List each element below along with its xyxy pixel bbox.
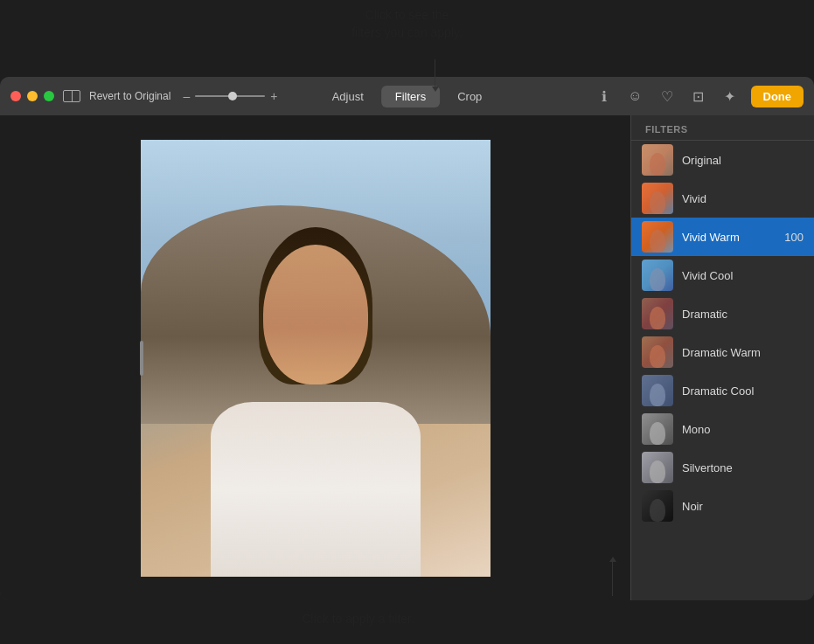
photo-face [263, 245, 368, 384]
app-window: Revert to Original – + Adjust Filters Cr… [0, 77, 814, 600]
thumb-face-silvertone [650, 460, 665, 483]
filter-item-noir[interactable]: Noir [631, 487, 814, 525]
filter-value-vivid-warm: 100 [784, 231, 804, 244]
filter-item-vivid-warm[interactable]: Vivid Warm100 [631, 218, 814, 256]
photo-shirt [211, 402, 421, 577]
titlebar-left-controls: Revert to Original – + [63, 89, 277, 103]
filter-item-vivid-cool[interactable]: Vivid Cool [631, 256, 814, 294]
tab-adjust[interactable]: Adjust [318, 86, 378, 107]
filter-thumbnail-dramatic-cool [642, 375, 673, 406]
rotate-button[interactable]: ⊡ [688, 86, 709, 107]
annotation-arrow-bottom [612, 561, 613, 596]
thumb-face-vivid [650, 191, 665, 214]
photo-display [141, 140, 490, 577]
filters-sidebar: FILTERS OriginalVividVivid Warm100Vivid … [630, 115, 814, 600]
filter-thumbnail-mono [642, 413, 673, 445]
filter-thumbnail-silvertone [642, 452, 673, 483]
filter-thumbnail-vivid-warm [642, 221, 673, 253]
filter-label-mono: Mono [682, 423, 804, 436]
filter-label-vivid: Vivid [682, 192, 804, 205]
thumb-face-dramatic [650, 307, 665, 329]
thumb-face-vivid-warm [650, 230, 665, 253]
filter-thumbnail-dramatic-warm [642, 336, 673, 368]
share-button[interactable]: ☺ [625, 86, 646, 107]
filter-label-dramatic: Dramatic [682, 308, 804, 321]
slider-track[interactable] [195, 95, 265, 97]
compare-icon[interactable] [63, 90, 80, 102]
thumb-face-noir [650, 499, 665, 522]
annotation-top: Click to see the filters you can apply. [351, 7, 463, 41]
traffic-lights [10, 91, 54, 101]
filter-thumbnail-dramatic [642, 298, 673, 329]
main-content: FILTERS OriginalVividVivid Warm100Vivid … [0, 115, 814, 600]
magic-button[interactable]: ✦ [720, 86, 741, 107]
thumb-face-dramatic-warm [650, 345, 665, 368]
thumb-face-original [650, 153, 665, 176]
filter-label-silvertone: Silvertone [682, 461, 804, 474]
info-button[interactable]: ℹ [594, 86, 615, 107]
drag-handle[interactable] [140, 341, 143, 376]
filter-item-vivid[interactable]: Vivid [631, 179, 814, 218]
filter-item-dramatic[interactable]: Dramatic [631, 294, 814, 333]
minimize-button[interactable] [27, 91, 38, 101]
annotation-arrow-top [435, 59, 435, 87]
photo-person [193, 227, 438, 577]
filter-label-vivid-warm: Vivid Warm [682, 231, 781, 244]
tab-crop[interactable]: Crop [443, 86, 496, 107]
filter-item-mono[interactable]: Mono [631, 410, 814, 448]
filters-header: FILTERS [631, 115, 814, 141]
filter-thumbnail-noir [642, 490, 673, 522]
titlebar: Revert to Original – + Adjust Filters Cr… [0, 77, 814, 115]
filter-item-dramatic-cool[interactable]: Dramatic Cool [631, 371, 814, 410]
annotation-bottom: Click to apply a filter. [303, 611, 414, 628]
filter-label-dramatic-warm: Dramatic Warm [682, 346, 804, 359]
filters-list: OriginalVividVivid Warm100Vivid CoolDram… [631, 141, 814, 600]
zoom-plus-icon[interactable]: + [270, 89, 277, 103]
thumb-face-mono [650, 422, 665, 445]
titlebar-right-controls: ℹ ☺ ♡ ⊡ ✦ Done [594, 86, 804, 107]
thumb-face-dramatic-cool [650, 384, 665, 406]
editor-tabs: Adjust Filters Crop [318, 86, 497, 107]
favorite-button[interactable]: ♡ [657, 86, 678, 107]
zoom-slider[interactable]: – + [183, 89, 277, 103]
maximize-button[interactable] [44, 91, 54, 101]
revert-button[interactable]: Revert to Original [89, 90, 170, 102]
done-button[interactable]: Done [751, 86, 804, 107]
filter-thumbnail-vivid [642, 183, 673, 214]
photo-area [0, 115, 630, 600]
filter-item-original[interactable]: Original [631, 141, 814, 179]
photo-container [141, 140, 490, 577]
filter-item-dramatic-warm[interactable]: Dramatic Warm [631, 333, 814, 371]
zoom-minus-icon[interactable]: – [183, 89, 190, 103]
thumb-face-vivid-cool [650, 268, 665, 291]
filter-label-dramatic-cool: Dramatic Cool [682, 384, 804, 398]
filter-label-vivid-cool: Vivid Cool [682, 269, 804, 282]
filter-item-silvertone[interactable]: Silvertone [631, 448, 814, 487]
filter-label-original: Original [682, 154, 804, 167]
filter-thumbnail-vivid-cool [642, 260, 673, 291]
filter-label-noir: Noir [682, 500, 804, 513]
filter-thumbnail-original [642, 144, 673, 176]
slider-thumb[interactable] [228, 92, 237, 100]
close-button[interactable] [10, 91, 21, 101]
